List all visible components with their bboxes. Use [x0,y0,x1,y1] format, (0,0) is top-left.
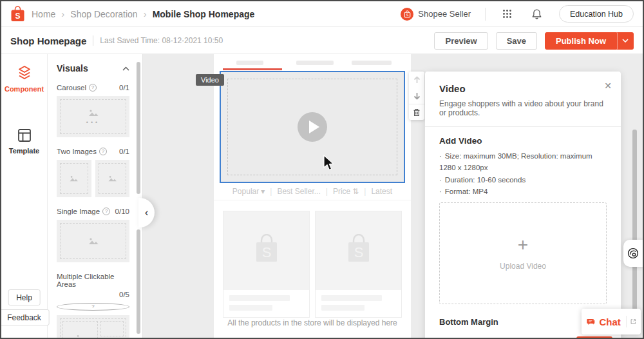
panel-save-button[interactable]: Save [576,336,612,338]
last-saved-time: Last Saved Time: 08-12-2021 10:50 [100,36,223,45]
publish-dropdown-button[interactable] [617,32,634,50]
close-panel-button[interactable]: ✕ [604,81,612,91]
upload-video-label: Upload Video [500,262,546,271]
two-images-thumbnail-left[interactable] [57,160,91,197]
panel-description: Engage shoppers with a video about your … [439,99,607,117]
upload-video-dropzone[interactable]: + Upload Video [439,202,607,304]
question-icon[interactable]: ? [102,208,110,215]
two-images-label: Two Images [57,148,97,155]
divider [93,35,93,46]
page-toolbar: Shop Homepage Last Saved Time: 08-12-202… [1,28,643,54]
chevron-up-icon[interactable] [122,66,129,71]
component-row-carousel: Carousel ? 0/1 [57,84,129,92]
panel-scrollbar-thumb[interactable] [137,62,140,194]
left-rail: Component Template Help Feedback [1,54,48,338]
question-icon[interactable]: ? [99,148,107,155]
mobile-preview: Popular ▾ | Best Seller... | Price ⇅ | L… [214,54,411,338]
video-specs-list: Size: maximum 30MB; Resolution: maximum … [439,150,607,198]
svg-text:S: S [354,244,363,260]
publish-now-button[interactable]: Publish Now [545,32,617,50]
video-settings-panel: Video ✕ Engage shoppers with a video abo… [425,72,621,338]
help-button[interactable]: Help [8,289,41,305]
preview-shop-tabs [214,54,411,71]
faded-tab-placeholder [352,61,392,65]
divider [485,8,486,21]
play-icon [298,112,327,142]
spec-size: Size: maximum 30MB; Resolution: maximum … [439,150,607,174]
component-toolbar [409,72,424,120]
product-placeholders[interactable]: S S [223,211,402,318]
panel-scrollbar-thumb[interactable] [137,229,140,334]
products-note: All the products in the store will be di… [214,318,411,327]
image-placeholder-icon [87,108,100,117]
plus-icon: + [518,236,528,254]
apps-grid-button[interactable] [500,6,515,21]
svg-text:S: S [261,244,271,260]
visuals-title: Visuals [57,63,88,73]
carousel-count: 0/1 [119,84,129,92]
divider: | [364,187,366,196]
feedback-button[interactable]: Feedback [0,309,50,325]
product-sort-bar: Popular ▾ | Best Seller... | Price ⇅ | L… [214,183,411,200]
seller-label: Shopee Seller [418,9,471,19]
image-placeholder-icon [68,175,79,182]
tab-component[interactable]: Component [1,54,47,99]
template-icon [17,128,32,143]
breadcrumb-home[interactable]: Home [32,9,55,19]
caret-down-icon: ▾ [261,187,265,196]
carousel-thumbnail[interactable]: ••• [57,96,129,137]
expand-icon[interactable] [630,318,636,325]
seller-account[interactable]: S Shopee Seller [401,8,471,21]
toolbar-actions: Preview Save Publish Now [434,32,634,50]
shopee-logo-icon[interactable]: S [10,6,25,22]
preview-button[interactable]: Preview [434,32,488,50]
move-down-button[interactable] [409,88,424,104]
image-placeholder-icon [107,175,118,182]
tab-template[interactable]: Template [1,117,47,161]
tab-template-label: Template [9,147,39,155]
sort-price: Price ⇅ [333,187,359,196]
tab-component-label: Component [5,85,44,93]
panel-title: Video [439,83,607,94]
close-icon: ✕ [604,81,612,91]
svg-text:S: S [15,12,20,21]
visuals-panel: Visuals Carousel ? 0/1 ••• Two Images ? … [48,54,143,338]
image-placeholder-icon [75,334,86,338]
bell-icon [531,8,542,20]
publish-button-group: Publish Now [545,32,634,50]
mouse-cursor-icon [323,155,337,173]
video-component-selected[interactable] [220,71,405,183]
chat-widget[interactable]: Chat [582,309,641,334]
chat-label: Chat [599,316,620,327]
two-images-count: 0/1 [119,148,129,155]
canvas-scrollbar-thumb[interactable] [632,130,637,331]
chevron-right-icon: › [144,8,147,19]
move-up-button[interactable] [409,72,424,88]
chevron-left-icon: ‹ [145,206,149,219]
carousel-label: Carousel [57,84,86,92]
chevron-right-icon: › [61,8,64,19]
bottom-margin-label: Bottom Margin [439,317,498,327]
support-button[interactable] [623,240,643,267]
component-row-two-images: Two Images ? 0/1 [57,148,129,155]
education-hub-button[interactable]: Education Hub [559,5,634,23]
sort-arrows-icon: ⇅ [352,187,359,196]
trash-icon [413,108,421,117]
app-window: S Home › Shop Decoration › Mobile Shop H… [0,0,644,339]
save-button[interactable]: Save [496,32,537,50]
video-placeholder-area [227,79,397,175]
component-row-multiple-areas: Multiple Clickable Areas 0/5 ? [57,273,129,311]
product-card-placeholder: S [223,211,310,318]
divider [626,316,627,327]
multiple-areas-thumbnail[interactable] [57,315,129,338]
two-images-thumbnail-right[interactable] [95,160,130,197]
delete-component-button[interactable] [409,104,424,120]
question-icon[interactable]: ? [89,84,97,92]
sort-latest: Latest [371,187,392,196]
breadcrumb-shop-decoration[interactable]: Shop Decoration [70,9,137,19]
single-image-thumbnail[interactable] [57,220,129,262]
notifications-button[interactable] [529,6,545,23]
question-icon[interactable]: ? [57,303,129,311]
grid-icon [502,9,512,19]
chevron-down-icon [622,39,629,43]
